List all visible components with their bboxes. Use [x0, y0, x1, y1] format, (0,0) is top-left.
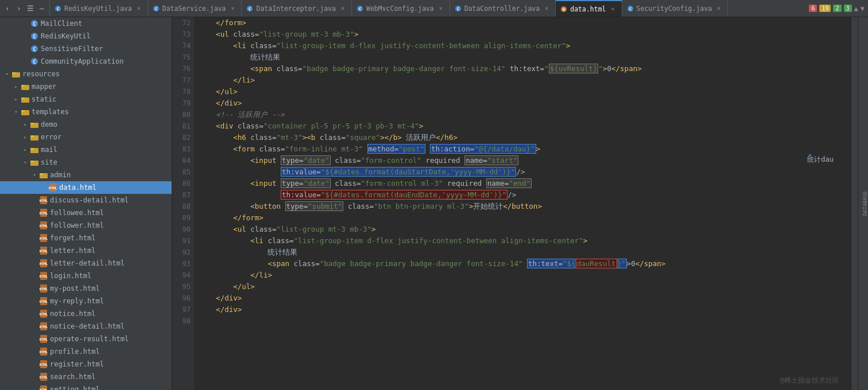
sidebar-item-my-post[interactable]: HTMLmy-post.html — [0, 282, 172, 295]
sidebar-item-mapper[interactable]: ▸mapper — [0, 80, 172, 93]
svg-rect-35 — [30, 148, 34, 150]
info1-count-badge[interactable]: 2 — [833, 5, 841, 12]
sidebar-item-setting[interactable]: HTMLsetting.html — [0, 383, 172, 390]
tree-arrow-admin: ▾ — [30, 170, 39, 180]
node-label-sensitivefilter: SensitiveFilter — [41, 45, 103, 53]
tab-close-interceptor[interactable]: × — [339, 5, 347, 13]
menu-icon[interactable]: ☰ — [25, 3, 36, 14]
tree-arrow-rediskeyutil — [21, 32, 30, 41]
main-area: CMailClient CRedisKeyUtil CSensitiveFilt… — [0, 17, 868, 390]
sidebar-item-profile[interactable]: HTMLprofile.html — [0, 345, 172, 358]
sidebar-item-letter[interactable]: HTMLletter.html — [0, 244, 172, 257]
watermark: @稀土掘金技术社区 — [780, 376, 839, 385]
node-icon-resources — [11, 69, 21, 79]
sidebar-item-followee[interactable]: HTMLfollowee.html — [0, 206, 172, 219]
sidebar-item-follower[interactable]: HTMLfollower.html — [0, 219, 172, 232]
collapse-icon[interactable]: ▼ — [861, 5, 865, 13]
sidebar-item-notice-detail[interactable]: HTMLnotice-detail.html — [0, 320, 172, 333]
sidebar-item-communityapp[interactable]: CCommunityApplication — [0, 55, 172, 68]
right-gutter[interactable] — [851, 17, 858, 390]
tab-icon-datahtml: H — [560, 6, 567, 13]
node-label-profile: profile.html — [50, 348, 100, 356]
nav-forward-icon[interactable]: › — [14, 3, 24, 14]
sidebar-item-sensitivefilter[interactable]: CSensitiveFilter — [0, 42, 172, 55]
tab-webmvc[interactable]: CWebMvcConfig.java× — [352, 0, 450, 17]
sidebar-item-templates[interactable]: ▾templates — [0, 106, 172, 118]
tree-arrow-resources: ▾ — [2, 69, 11, 79]
line-numbers: 7273747576777879808182838485868788899091… — [172, 17, 194, 390]
tree-arrow-demo: ▸ — [21, 120, 30, 129]
svg-text:HTML: HTML — [40, 325, 48, 329]
svg-rect-39 — [40, 173, 43, 175]
sidebar-item-site[interactable]: ▾site — [0, 156, 172, 169]
sidebar-item-error[interactable]: ▸error — [0, 131, 172, 143]
tree-arrow-letter-detail — [30, 259, 39, 268]
sidebar-item-admin[interactable]: ▾admin — [0, 169, 172, 181]
node-label-mail: mail — [41, 146, 57, 154]
node-icon-rediskeyutil: C — [30, 32, 39, 41]
tab-close-security[interactable]: × — [715, 5, 723, 13]
node-label-letter: letter.html — [50, 247, 95, 255]
node-icon-static — [21, 95, 30, 104]
node-label-site: site — [41, 158, 57, 166]
sidebar-item-my-reply[interactable]: HTMLmy-reply.html — [0, 295, 172, 307]
close-icon[interactable]: — — [37, 3, 47, 14]
code-line-84: <input type="date" class="form-control" … — [194, 155, 851, 166]
tab-controller[interactable]: CDataController.java× — [450, 0, 556, 17]
error-count-badge[interactable]: 6 — [809, 5, 817, 12]
sidebar-item-static[interactable]: ▸static — [0, 93, 172, 106]
svg-rect-23 — [12, 72, 16, 74]
sidebar-item-register[interactable]: HTMLregister.html — [0, 358, 172, 370]
sidebar-item-discuss-detail[interactable]: HTMLdiscuss-detail.html — [0, 194, 172, 206]
info2-count-badge[interactable]: 3 — [844, 5, 852, 12]
expand-icon[interactable]: ▲ — [854, 5, 858, 13]
nav-back-icon[interactable]: ‹ — [2, 3, 13, 14]
tab-bar-controls: ‹ › ☰ — — [0, 0, 50, 17]
sidebar-item-resources[interactable]: ▾resources — [0, 68, 172, 80]
svg-text:C: C — [155, 7, 157, 11]
code-line-86: <input type="date" class="form-control m… — [194, 178, 851, 189]
sidebar-item-mail[interactable]: ▸mail — [0, 143, 172, 156]
node-icon-notice: HTML — [39, 309, 48, 318]
tab-close-redis[interactable]: × — [135, 5, 143, 13]
sidebar-item-notice[interactable]: HTMLnotice.html — [0, 307, 172, 320]
tree-arrow-mail: ▸ — [21, 145, 30, 154]
sidebar-item-search[interactable]: HTMLsearch.html — [0, 370, 172, 383]
tab-dataservice[interactable]: CDataService.java× — [148, 0, 242, 17]
node-label-demo: demo — [41, 120, 57, 128]
tab-close-controller[interactable]: × — [542, 5, 551, 13]
tab-close-webmvc[interactable]: × — [437, 5, 445, 13]
sidebar-item-rediskeyutil[interactable]: CRedisKeyUtil — [0, 30, 172, 42]
node-icon-mapper — [21, 82, 30, 91]
code-line-92: 统计结果 — [194, 247, 851, 258]
sidebar-item-demo[interactable]: ▸demo — [0, 118, 172, 131]
tree-arrow-setting — [30, 385, 39, 390]
tab-icon-redis: C — [55, 5, 61, 12]
svg-text:HTML: HTML — [40, 375, 48, 379]
warning-count-badge[interactable]: 19 — [819, 5, 831, 12]
tab-interceptor[interactable]: CDataInterceptor.java× — [242, 0, 351, 17]
sidebar-item-forget[interactable]: HTMLforget.html — [0, 232, 172, 244]
side-panel: DATABASE — [858, 17, 868, 390]
sidebar-item-letter-detail[interactable]: HTMLletter-detail.html — [0, 257, 172, 270]
sidebar-item-datahtml[interactable]: HTMLdata.html — [0, 181, 172, 194]
sidebar-item-operate-result[interactable]: HTMLoperate-result.html — [0, 333, 172, 345]
tab-close-datahtml[interactable]: × — [609, 5, 617, 13]
node-icon-letter: HTML — [39, 246, 48, 255]
tab-bar: ‹ › ☰ — CRedisKeyUtil.java×CDataService.… — [0, 0, 868, 17]
tab-datahtml[interactable]: Hdata.html× — [556, 0, 622, 17]
tab-redis[interactable]: CRedisKeyUtil.java× — [50, 0, 148, 17]
node-icon-my-post: HTML — [39, 284, 48, 293]
tab-security[interactable]: CSecurityConfig.java× — [622, 0, 728, 17]
tab-close-dataservice[interactable]: × — [228, 5, 237, 13]
tree-arrow-notice-detail — [30, 322, 39, 331]
svg-rect-37 — [30, 161, 34, 162]
code-area: 7273747576777879808182838485868788899091… — [172, 17, 851, 390]
code-line-98 — [194, 315, 851, 327]
sidebar-item-mailclient[interactable]: CMailClient — [0, 17, 172, 30]
code-content[interactable]: </form> <ul class="list-group mt-3 mb-3"… — [194, 17, 851, 390]
svg-text:HTML: HTML — [40, 198, 48, 202]
sidebar-item-login[interactable]: HTMLlogin.html — [0, 270, 172, 282]
svg-text:C: C — [33, 34, 36, 40]
node-icon-error — [30, 132, 39, 142]
